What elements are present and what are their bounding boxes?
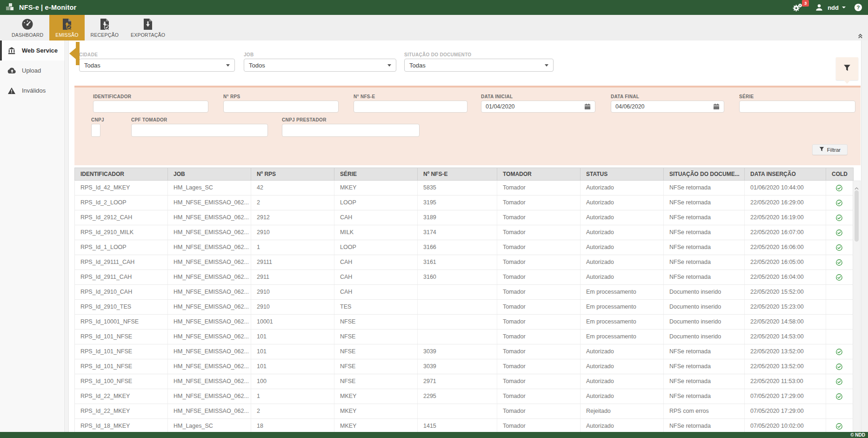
- footer-bar: © NDD: [0, 432, 868, 438]
- table-cell: HM_NFSE_EMISSAO_062...: [168, 240, 251, 255]
- table-row[interactable]: RPS_Id_2910_MILKHM_NFSE_EMISSAO_062...29…: [75, 225, 853, 240]
- cnpj-prestador-input[interactable]: [282, 124, 420, 137]
- table-row[interactable]: RPS_Id_2912_CAHHM_NFSE_EMISSAO_062...291…: [75, 210, 853, 225]
- situacao-documento-select[interactable]: Todas: [404, 59, 554, 72]
- table-row[interactable]: RPS_Id_42_MKEYHM_Lages_SC42MKEY5835Tomad…: [75, 181, 853, 195]
- table-row[interactable]: RPS_Id_101_NFSEHM_NFSE_EMISSAO_062...101…: [75, 344, 853, 359]
- cpf-tomador-input[interactable]: [131, 124, 268, 137]
- table-cell: Tomador: [497, 404, 581, 418]
- table-row[interactable]: RPS_Id_1_LOOPHM_NFSE_EMISSAO_062...1LOOP…: [75, 240, 853, 255]
- table-row[interactable]: RPS_Id_22_MKEYHM_NFSE_EMISSAO_062...2MKE…: [75, 404, 853, 419]
- table-row[interactable]: RPS_Id_101_NFSEHM_NFSE_EMISSAO_062...101…: [75, 330, 853, 344]
- table-cell: Autorizado: [581, 270, 664, 284]
- column-header[interactable]: Nº RPS: [251, 168, 334, 180]
- column-header[interactable]: Nº NFS-E: [418, 168, 497, 180]
- help-icon[interactable]: ?: [854, 3, 862, 12]
- table-cell: Autorizado: [581, 240, 664, 255]
- cidade-filter-group: CIDADE Todas: [79, 52, 235, 72]
- table-cell: 2910: [251, 285, 334, 299]
- table-cell: 101: [251, 359, 334, 374]
- cold-cell: [826, 210, 852, 225]
- calendar-icon[interactable]: [713, 103, 720, 110]
- collapse-toolbar-icon[interactable]: [857, 33, 863, 39]
- table-cell: [418, 404, 497, 418]
- situacao-documento-label: SITUAÇÃO DO DOCUMENTO: [404, 52, 554, 57]
- table-cell: NFSe retornada: [664, 195, 745, 210]
- column-header[interactable]: STATUS: [581, 168, 664, 180]
- table-row[interactable]: RPS_Id_2910_CAHHM_NFSE_EMISSAO_062...291…: [75, 285, 853, 300]
- table-cell: RPS_Id_2_LOOP: [75, 195, 168, 210]
- table-row[interactable]: RPS_Id_2_LOOPHM_NFSE_EMISSAO_062...2LOOP…: [75, 195, 853, 210]
- table-row[interactable]: RPS_Id_2911_CAHHM_NFSE_EMISSAO_062...291…: [75, 270, 853, 285]
- settings-gears-icon[interactable]: 3: [792, 3, 803, 13]
- table-row[interactable]: RPS_Id_2910_TESHM_NFSE_EMISSAO_062...291…: [75, 300, 853, 315]
- column-header[interactable]: JOB: [168, 168, 251, 180]
- table-cell: 3039: [418, 359, 497, 374]
- table-cell: HM_NFSE_EMISSAO_062...: [168, 344, 251, 359]
- table-cell: NFSE: [334, 344, 418, 359]
- sidebar-item-invalidos[interactable]: Inválidos: [0, 81, 65, 101]
- n-nfse-group: N° NFS-E: [354, 94, 467, 113]
- username-menu[interactable]: ndd: [828, 4, 846, 11]
- table-row[interactable]: RPS_Id_22_MKEYHM_NFSE_EMISSAO_062...1MKE…: [75, 389, 853, 404]
- table-cell: RPS_Id_1_LOOP: [75, 240, 168, 255]
- n-nfse-input[interactable]: [354, 101, 467, 113]
- identificador-input[interactable]: [93, 101, 208, 113]
- table-cell: Tomador: [497, 300, 581, 314]
- page-scrollbar[interactable]: [861, 40, 868, 432]
- table-cell: RPS_Id_22_MKEY: [75, 404, 168, 418]
- table-cell: Documento inserido: [664, 300, 745, 314]
- scrollbar-thumb[interactable]: [855, 190, 859, 242]
- table-cell: RPS_Id_2910_MILK: [75, 225, 168, 240]
- table-cell: MKEY: [334, 181, 418, 195]
- table-cell: Autorizado: [581, 419, 664, 433]
- table-cell: LOOP: [334, 195, 418, 210]
- sidebar-item-upload[interactable]: Upload: [0, 61, 65, 81]
- cidade-select[interactable]: Todas: [79, 59, 235, 72]
- user-icon[interactable]: [815, 3, 823, 12]
- filter-toggle-button[interactable]: [836, 57, 858, 80]
- data-final-input[interactable]: 04/06/2020: [611, 101, 724, 113]
- table-row[interactable]: RPS_Id_100_NFSEHM_NFSE_EMISSAO_062...100…: [75, 374, 853, 389]
- table-row[interactable]: RPS_Id_101_NFSEHM_NFSE_EMISSAO_062...101…: [75, 359, 853, 374]
- table-cell: HM_NFSE_EMISSAO_062...: [168, 195, 251, 210]
- table-row[interactable]: RPS_Id_29111_CAHHM_NFSE_EMISSAO_062...29…: [75, 255, 853, 270]
- table-cell: 22/05/2020 14:53:00: [745, 330, 826, 344]
- table-cell: 2295: [418, 389, 497, 404]
- tab-emissao[interactable]: EMISSÃO: [49, 15, 84, 40]
- column-header[interactable]: SÉRIE: [334, 168, 418, 180]
- serie-input[interactable]: [739, 101, 855, 113]
- column-header[interactable]: IDENTIFICADOR: [75, 168, 168, 180]
- n-rps-input[interactable]: [223, 101, 339, 113]
- table-cell: NFSe retornada: [664, 359, 745, 374]
- sidebar-item-web-service[interactable]: Web Service: [0, 40, 65, 61]
- table-cell: HM_NFSE_EMISSAO_062...: [168, 359, 251, 374]
- filtrar-button[interactable]: Filtrar: [812, 144, 848, 155]
- cold-cell: [826, 270, 852, 284]
- cnpj-checkbox[interactable]: [91, 124, 100, 137]
- job-select[interactable]: Todos: [244, 59, 396, 72]
- table-cell: Autorizado: [581, 181, 664, 195]
- column-header[interactable]: TOMADOR: [497, 168, 581, 180]
- column-header[interactable]: DATA INSERÇÃO: [745, 168, 826, 180]
- table-cell: Tomador: [497, 255, 581, 270]
- table-cell: 1415: [418, 419, 497, 433]
- calendar-icon[interactable]: [584, 103, 591, 110]
- funnel-icon: [843, 64, 851, 74]
- table-cell: 3174: [418, 225, 497, 240]
- tab-dashboard[interactable]: DASHBOARD: [6, 15, 49, 40]
- table-cell: 2910: [251, 225, 334, 240]
- data-inicial-input[interactable]: 01/04/2020: [481, 101, 595, 113]
- column-header[interactable]: COLD: [826, 168, 852, 180]
- table-cell: RPS_Id_2910_TES: [75, 300, 168, 314]
- table-cell: 29111: [251, 255, 334, 270]
- table-cell: TES: [334, 300, 418, 314]
- table-row[interactable]: RPS_Id_10001_NFSEHM_NFSE_EMISSAO_062...1…: [75, 315, 853, 330]
- table-scrollbar[interactable]: [853, 181, 861, 432]
- tab-exportacao[interactable]: EXPORTAÇÃO: [125, 15, 171, 40]
- table-cell: 3161: [418, 255, 497, 270]
- tab-recepcao[interactable]: RECEPÇÃO: [85, 15, 125, 40]
- table-cell: Documento inserido: [664, 285, 745, 299]
- table-cell: NFSe retornada: [664, 374, 745, 389]
- column-header[interactable]: SITUAÇÃO DO DOCUME...: [664, 168, 745, 180]
